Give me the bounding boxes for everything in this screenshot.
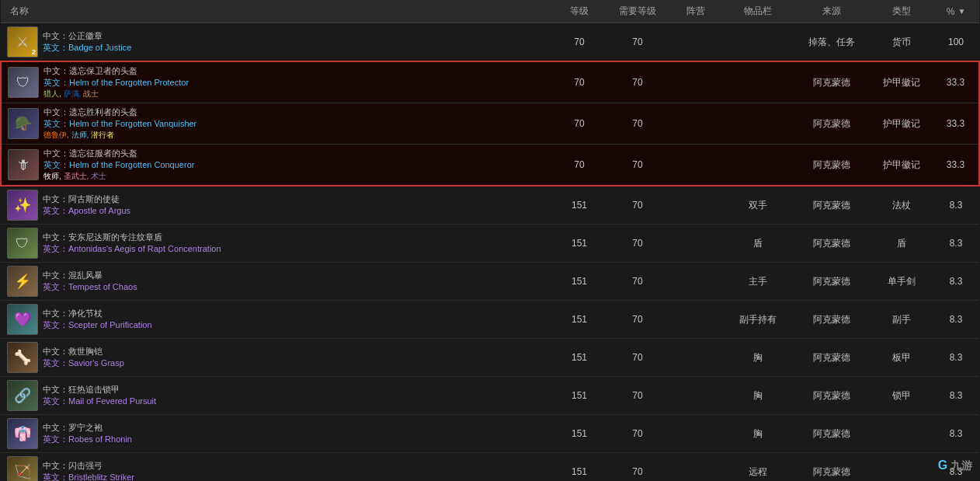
item-slot: 盾 [723,225,793,263]
item-req-level: 70 [606,103,669,145]
item-percent: 8.3 [933,263,979,301]
item-type: 单手剑 [871,263,933,301]
item-percent: 8.3 [933,415,979,453]
col-header-slot[interactable]: 物品栏 [723,0,793,23]
col-header-level[interactable]: 等级 [552,0,606,23]
item-faction [669,301,723,339]
item-slot: 胸 [723,377,793,415]
table-row[interactable]: 🔗中文：狂热追击锁甲英文：Mail of Fevered Pursuit1517… [1,377,979,415]
col-header-req-level[interactable]: 需要等级 [606,0,669,23]
item-req-level: 70 [606,339,669,377]
item-en-name[interactable]: 英文：Robes of Rhonin [43,434,132,445]
item-en-name[interactable]: 英文：Helm of the Forgotten Vanquisher [43,118,196,130]
item-en-name[interactable]: 英文：Scepter of Purification [43,319,152,331]
item-percent: 33.3 [933,103,979,145]
item-percent: 8.3 [933,339,979,377]
item-faction [669,103,723,145]
item-level: 151 [552,339,606,377]
item-en-name[interactable]: 英文：Apostle of Argus [43,205,130,217]
item-faction [669,186,723,225]
item-level: 151 [552,415,606,453]
table-row[interactable]: 🪖中文：遗忘胜利者的头盔英文：Helm of the Forgotten Van… [1,103,979,145]
item-icon: 🛡 [8,67,39,98]
item-icon: 🔗 [7,380,38,411]
item-source: 阿克蒙德 [793,61,871,103]
sort-desc-icon: ▼ [957,7,965,16]
item-icon: 🦴 [7,342,38,373]
item-name-cell: 🛡中文：安东尼达斯的专注纹章盾英文：Antonidas's Aegis of R… [1,225,552,263]
item-cn-name: 中文：罗宁之袍 [43,422,132,434]
item-type: 板甲 [871,339,933,377]
item-classes: 德鲁伊, 法师, 潜行者 [43,130,196,141]
item-icon: 🗡 [8,149,39,180]
col-header-faction[interactable]: 阵营 [669,0,723,23]
table-row[interactable]: ⚔2中文：公正徽章英文：Badge of Justice7070掉落、任务货币1… [1,23,979,62]
item-level: 151 [552,301,606,339]
item-percent: 8.3 [933,301,979,339]
item-faction [669,23,723,62]
item-req-level: 70 [606,453,669,482]
item-faction [669,453,723,482]
item-req-level: 70 [606,263,669,301]
item-name-cell: 🛡中文：遗忘保卫者的头盔英文：Helm of the Forgotten Pro… [1,61,552,103]
table-row[interactable]: 🦴中文：救世胸铠英文：Savior's Grasp15170胸阿克蒙德板甲8.3 [1,339,979,377]
item-name-cell: ⚡中文：混乱风暴英文：Tempest of Chaos [1,263,552,301]
item-en-name[interactable]: 英文：Antonidas's Aegis of Rapt Concentrati… [43,243,221,255]
item-en-name[interactable]: 英文：Badge of Justice [43,42,131,54]
item-slot: 胸 [723,339,793,377]
item-faction [669,61,723,103]
table-row[interactable]: 🛡中文：遗忘保卫者的头盔英文：Helm of the Forgotten Pro… [1,61,979,103]
table-row[interactable]: ✨中文：阿古斯的使徒英文：Apostle of Argus15170双手阿克蒙德… [1,186,979,225]
item-name-cell: 👘中文：罗宁之袍英文：Robes of Rhonin [1,415,552,453]
item-name-cell: 🏹中文：闪击强弓英文：Bristleblitz Striker [1,453,552,482]
item-classes: 牧师, 圣武士, 术士 [43,171,194,182]
item-source: 阿克蒙德 [793,377,871,415]
item-name-cell: 💜中文：净化节杖英文：Scepter of Purification [1,301,552,339]
item-en-name[interactable]: 英文：Bristleblitz Striker [43,472,134,481]
item-faction [669,339,723,377]
item-name-cell: ⚔2中文：公正徽章英文：Badge of Justice [1,23,552,62]
item-slot: 主手 [723,263,793,301]
item-name-cell: 🗡中文：遗忘征服者的头盔英文：Helm of the Forgotten Con… [1,145,552,186]
item-cn-name: 中文：净化节杖 [43,308,152,319]
item-source: 阿克蒙德 [793,145,871,186]
item-type: 护甲徽记 [871,145,933,186]
table-row[interactable]: 👘中文：罗宁之袍英文：Robes of Rhonin15170胸阿克蒙德8.3 [1,415,979,453]
item-req-level: 70 [606,225,669,263]
item-en-name[interactable]: 英文：Helm of the Forgotten Protector [43,77,189,89]
table-row[interactable]: 💜中文：净化节杖英文：Scepter of Purification15170副… [1,301,979,339]
item-cn-name: 中文：公正徽章 [43,30,131,42]
item-en-name[interactable]: 英文：Savior's Grasp [43,357,124,369]
table-row[interactable]: ⚡中文：混乱风暴英文：Tempest of Chaos15170主手阿克蒙德单手… [1,263,979,301]
item-cn-name: 中文：安东尼达斯的专注纹章盾 [43,232,221,243]
col-header-name[interactable]: 名称 [1,0,552,23]
item-icon: ⚡ [7,266,38,297]
watermark: G 九游 [938,458,972,473]
item-level: 70 [552,23,606,62]
table-row[interactable]: 🗡中文：遗忘征服者的头盔英文：Helm of the Forgotten Con… [1,145,979,186]
col-header-percent[interactable]: % ▼ [933,0,979,23]
item-en-name[interactable]: 英文：Helm of the Forgotten Conqueror [43,159,194,171]
table-row[interactable]: 🏹中文：闪击强弓英文：Bristleblitz Striker15170远程阿克… [1,453,979,482]
item-classes: 猎人, 萨满, 战士 [43,89,189,99]
item-req-level: 70 [606,301,669,339]
col-header-source[interactable]: 来源 [793,0,871,23]
item-icon: 💜 [7,304,38,335]
item-level: 70 [552,61,606,103]
item-source: 阿克蒙德 [793,339,871,377]
item-slot [723,103,793,145]
item-slot [723,61,793,103]
table-row[interactable]: 🛡中文：安东尼达斯的专注纹章盾英文：Antonidas's Aegis of R… [1,225,979,263]
item-cn-name: 中文：阿古斯的使徒 [43,193,130,205]
item-type [871,453,933,482]
table-header: 名称 等级 需要等级 阵营 物品栏 来源 类型 [1,0,979,23]
item-slot: 胸 [723,415,793,453]
item-level: 151 [552,453,606,482]
item-name-cell: 🔗中文：狂热追击锁甲英文：Mail of Fevered Pursuit [1,377,552,415]
item-slot [723,145,793,186]
col-header-type[interactable]: 类型 [871,0,933,23]
item-source: 阿克蒙德 [793,103,871,145]
item-cn-name: 中文：遗忘保卫者的头盔 [43,65,189,77]
item-en-name[interactable]: 英文：Mail of Fevered Pursuit [43,396,156,407]
item-en-name[interactable]: 英文：Tempest of Chaos [43,281,137,293]
